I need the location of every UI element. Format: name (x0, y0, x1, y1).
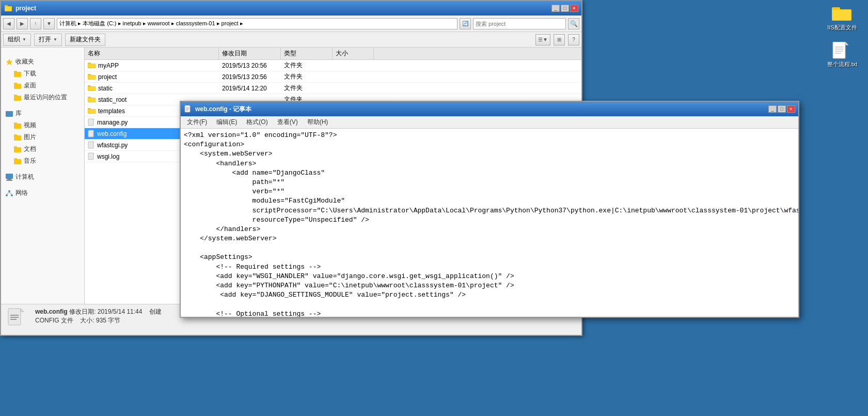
library-section: 库 视频 图片 文档 音乐 (3, 107, 82, 167)
sidebar-item-computer[interactable]: 计算机 (3, 171, 82, 183)
table-row[interactable]: static 2019/5/14 12:20 文件夹 (85, 83, 581, 94)
close-button[interactable]: ✕ (570, 5, 578, 12)
back-button[interactable]: ◀ (3, 18, 14, 29)
column-header-date[interactable]: 修改日期 (219, 48, 281, 59)
iis-config-label: IIS配置文件 (827, 24, 857, 32)
svg-rect-29 (6, 174, 13, 179)
svg-rect-63 (10, 315, 19, 316)
svg-rect-26 (14, 146, 17, 148)
notepad-maximize-button[interactable]: □ (778, 105, 786, 113)
network-icon (5, 189, 13, 197)
address-bar: ◀ ▶ ↑ ▼ 🔄 🔍 (1, 16, 581, 32)
notepad-close-button[interactable]: ✕ (787, 105, 795, 113)
new-folder-button[interactable]: 新建文件夹 (65, 34, 105, 46)
star-icon (5, 58, 13, 66)
status-file-icon (6, 307, 27, 328)
svg-rect-15 (14, 71, 17, 73)
up-button[interactable]: ↑ (30, 18, 41, 29)
explorer-title: project (4, 4, 36, 12)
video-folder-icon (13, 121, 22, 130)
svg-marker-5 (845, 42, 848, 45)
sidebar-item-documents[interactable]: 文档 (3, 143, 82, 155)
sidebar-item-video[interactable]: 视频 (3, 119, 82, 131)
file-icon (88, 152, 95, 161)
column-header-name[interactable]: 名称 (85, 48, 219, 59)
menu-view[interactable]: 查看(V) (273, 117, 302, 128)
table-row[interactable]: myAPP 2019/5/13 20:56 文件夹 (85, 60, 581, 71)
column-header-size[interactable]: 大小 (333, 48, 374, 59)
computer-section: 计算机 (3, 171, 82, 183)
svg-rect-65 (10, 319, 17, 320)
organize-button[interactable]: 组织 ▼ (3, 34, 31, 46)
download-folder-icon (13, 70, 22, 78)
svg-rect-64 (10, 317, 19, 318)
documents-folder-icon (13, 145, 22, 153)
folder-icon (88, 73, 96, 80)
whole-flow-doc-icon (832, 42, 853, 58)
svg-rect-48 (88, 98, 95, 102)
view-options-button[interactable]: ☰▼ (535, 34, 550, 45)
sidebar-item-downloads[interactable]: 下载 (3, 68, 82, 80)
library-icon (5, 110, 13, 118)
svg-rect-2 (832, 10, 851, 20)
dropdown-button[interactable]: ▼ (43, 18, 55, 29)
svg-line-36 (9, 192, 12, 194)
computer-icon (5, 173, 13, 181)
svg-rect-42 (88, 75, 95, 79)
search-input[interactable] (473, 18, 566, 29)
address-input[interactable] (57, 18, 457, 29)
maximize-button[interactable]: □ (561, 5, 569, 12)
menu-help[interactable]: 帮助(H) (303, 117, 333, 128)
desktop-icons: IIS配置文件 整个流程.txt (822, 5, 863, 68)
column-header-type[interactable]: 类型 (281, 48, 333, 59)
svg-rect-51 (88, 110, 95, 113)
menu-edit[interactable]: 编辑(E) (212, 117, 241, 128)
svg-rect-12 (5, 7, 11, 11)
file-icon (88, 141, 95, 149)
menu-format[interactable]: 格式(O) (242, 117, 272, 128)
network-section: 网络 (3, 187, 82, 199)
iis-config-desktop-icon[interactable]: IIS配置文件 (822, 5, 863, 32)
sidebar-item-music[interactable]: 音乐 (3, 155, 82, 167)
explorer-titlebar: project _ □ ✕ (1, 1, 581, 16)
minimize-button[interactable]: _ (551, 5, 560, 12)
svg-rect-3 (833, 42, 845, 58)
svg-rect-30 (7, 179, 11, 180)
sidebar-item-recent[interactable]: 最近访问的位置 (3, 91, 82, 103)
menu-file[interactable]: 文件(F) (183, 117, 211, 128)
svg-line-35 (7, 192, 9, 194)
whole-flow-desktop-icon[interactable]: 整个流程.txt (822, 42, 863, 68)
sidebar-item-favorites[interactable]: 收藏夹 (3, 56, 82, 68)
status-file-info: web.config 修改日期: 2019/5/14 11:44 创建 CONF… (35, 307, 162, 325)
svg-rect-17 (14, 83, 17, 85)
sidebar-item-library[interactable]: 库 (3, 107, 82, 119)
folder-icon (88, 107, 96, 114)
svg-rect-28 (14, 158, 17, 160)
svg-marker-53 (93, 119, 94, 120)
notepad-minimize-button[interactable]: _ (768, 105, 777, 113)
forward-button[interactable]: ▶ (17, 18, 28, 29)
notepad-window-controls: _ □ ✕ (768, 105, 795, 113)
desktop-folder-icon (13, 82, 22, 90)
svg-rect-56 (88, 142, 93, 148)
svg-rect-39 (88, 64, 95, 68)
refresh-button[interactable]: 🔄 (460, 18, 471, 29)
sidebar-item-desktop[interactable]: 桌面 (3, 80, 82, 91)
table-row[interactable]: project 2019/5/13 20:56 文件夹 (85, 71, 581, 83)
folder-icon (88, 62, 96, 69)
svg-rect-22 (14, 122, 17, 125)
sidebar-item-network[interactable]: 网络 (3, 187, 82, 199)
search-button[interactable]: 🔍 (568, 18, 579, 29)
notepad-window: web.config - 记事本 _ □ ✕ 文件(F) 编辑(E) 格式(O)… (180, 101, 799, 318)
svg-marker-13 (6, 59, 12, 65)
pane-button[interactable]: ⊞ (554, 34, 565, 45)
sidebar-item-pictures[interactable]: 图片 (3, 131, 82, 143)
notepad-titlebar: web.config - 记事本 _ □ ✕ (181, 102, 798, 116)
svg-rect-24 (14, 134, 17, 136)
open-button[interactable]: 打开 ▼ (34, 34, 62, 46)
pictures-folder-icon (13, 133, 22, 142)
svg-point-32 (8, 190, 10, 192)
svg-rect-52 (88, 119, 93, 126)
notepad-content-area[interactable]: <?xml version="1.0" encoding="UTF-8"?> <… (181, 129, 798, 317)
help-button[interactable]: ? (568, 34, 579, 45)
